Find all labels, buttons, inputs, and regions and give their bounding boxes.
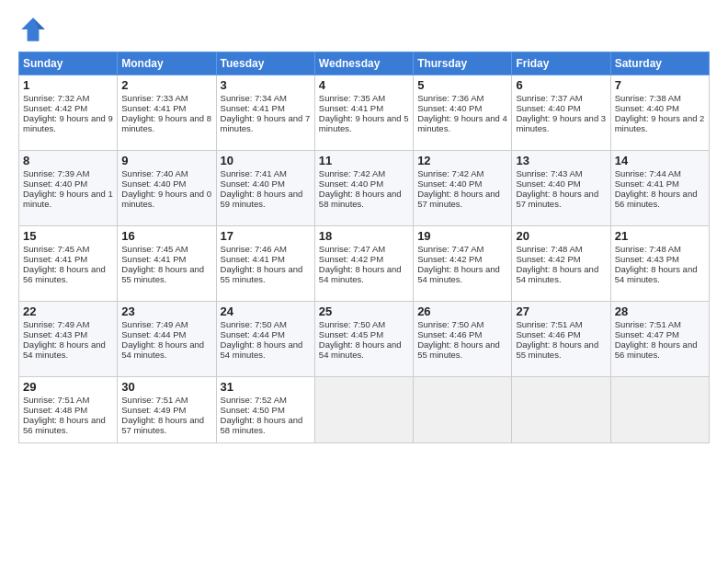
day-number: 4 (319, 78, 409, 92)
sunset-text: Sunset: 4:44 PM (121, 329, 186, 339)
sunrise-text: Sunrise: 7:49 AM (23, 319, 89, 329)
day-number: 5 (417, 78, 507, 92)
daylight-text: Daylight: 8 hours and 56 minutes. (615, 189, 698, 209)
calendar-cell (512, 377, 610, 443)
logo (18, 15, 51, 44)
calendar-cell: 27Sunrise: 7:51 AMSunset: 4:46 PMDayligh… (512, 302, 610, 377)
day-number: 2 (121, 78, 211, 92)
day-number: 17 (221, 229, 311, 243)
calendar-week-row: 8Sunrise: 7:39 AMSunset: 4:40 PMDaylight… (19, 151, 710, 226)
sunrise-text: Sunrise: 7:32 AM (23, 93, 89, 103)
day-number: 20 (516, 229, 606, 243)
calendar-week-row: 22Sunrise: 7:49 AMSunset: 4:43 PMDayligh… (19, 302, 710, 377)
day-number: 29 (23, 380, 113, 394)
sunset-text: Sunset: 4:47 PM (615, 329, 679, 339)
sunrise-text: Sunrise: 7:43 AM (516, 168, 582, 178)
sunrise-text: Sunrise: 7:47 AM (417, 244, 483, 254)
day-number: 16 (121, 229, 211, 243)
calendar-cell: 6Sunrise: 7:37 AMSunset: 4:40 PMDaylight… (512, 75, 610, 151)
sunrise-text: Sunrise: 7:34 AM (221, 93, 287, 103)
day-number: 8 (23, 154, 113, 167)
calendar-cell: 26Sunrise: 7:50 AMSunset: 4:46 PMDayligh… (414, 302, 512, 377)
daylight-text: Daylight: 9 hours and 7 minutes. (221, 113, 311, 133)
day-number: 21 (615, 229, 705, 243)
calendar-cell: 13Sunrise: 7:43 AMSunset: 4:40 PMDayligh… (512, 151, 610, 226)
daylight-text: Daylight: 8 hours and 57 minutes. (516, 189, 598, 209)
day-number: 13 (516, 154, 606, 167)
day-number: 19 (417, 229, 507, 243)
daylight-text: Daylight: 8 hours and 57 minutes. (121, 415, 204, 435)
sunset-text: Sunset: 4:40 PM (221, 178, 285, 189)
sunrise-text: Sunrise: 7:44 AM (615, 168, 681, 178)
day-number: 22 (23, 304, 113, 318)
sunset-text: Sunset: 4:40 PM (516, 103, 580, 113)
sunset-text: Sunset: 4:40 PM (319, 178, 383, 189)
sunset-text: Sunset: 4:40 PM (23, 178, 87, 189)
day-number: 26 (417, 304, 507, 318)
daylight-text: Daylight: 8 hours and 55 minutes. (121, 264, 204, 284)
sunset-text: Sunset: 4:42 PM (23, 103, 87, 113)
sunrise-text: Sunrise: 7:42 AM (319, 168, 385, 178)
daylight-text: Daylight: 8 hours and 54 minutes. (615, 264, 698, 284)
sunrise-text: Sunrise: 7:36 AM (417, 93, 483, 103)
day-number: 10 (221, 154, 311, 167)
daylight-text: Daylight: 9 hours and 9 minutes. (23, 113, 113, 133)
sunrise-text: Sunrise: 7:39 AM (23, 168, 89, 178)
daylight-text: Daylight: 8 hours and 54 minutes. (121, 339, 204, 360)
day-number: 9 (121, 154, 211, 167)
sunset-text: Sunset: 4:40 PM (417, 103, 482, 113)
calendar-cell: 20Sunrise: 7:48 AMSunset: 4:42 PMDayligh… (512, 226, 610, 302)
daylight-text: Daylight: 8 hours and 54 minutes. (221, 339, 303, 360)
calendar-cell: 4Sunrise: 7:35 AMSunset: 4:41 PMDaylight… (314, 75, 413, 151)
calendar-cell: 17Sunrise: 7:46 AMSunset: 4:41 PMDayligh… (216, 226, 314, 302)
calendar-cell: 2Sunrise: 7:33 AMSunset: 4:41 PMDaylight… (118, 75, 216, 151)
daylight-text: Daylight: 8 hours and 57 minutes. (417, 189, 500, 209)
sunrise-text: Sunrise: 7:51 AM (516, 319, 582, 329)
calendar-cell: 15Sunrise: 7:45 AMSunset: 4:41 PMDayligh… (19, 226, 118, 302)
weekday-header: Saturday (610, 52, 709, 75)
day-number: 3 (221, 78, 311, 92)
calendar-cell: 10Sunrise: 7:41 AMSunset: 4:40 PMDayligh… (216, 151, 314, 226)
daylight-text: Daylight: 8 hours and 54 minutes. (319, 339, 402, 360)
weekday-header: Thursday (414, 52, 512, 75)
calendar-cell: 11Sunrise: 7:42 AMSunset: 4:40 PMDayligh… (314, 151, 413, 226)
daylight-text: Daylight: 8 hours and 55 minutes. (221, 264, 303, 284)
sunset-text: Sunset: 4:42 PM (417, 254, 482, 264)
day-number: 15 (23, 229, 113, 243)
sunset-text: Sunset: 4:44 PM (221, 329, 285, 339)
calendar-cell: 7Sunrise: 7:38 AMSunset: 4:40 PMDaylight… (610, 75, 709, 151)
daylight-text: Daylight: 8 hours and 56 minutes. (23, 264, 106, 284)
daylight-text: Daylight: 8 hours and 55 minutes. (417, 339, 500, 360)
daylight-text: Daylight: 9 hours and 3 minutes. (516, 113, 606, 133)
calendar-cell: 8Sunrise: 7:39 AMSunset: 4:40 PMDaylight… (19, 151, 118, 226)
calendar-cell: 16Sunrise: 7:45 AMSunset: 4:41 PMDayligh… (118, 226, 216, 302)
day-number: 27 (516, 304, 606, 318)
daylight-text: Daylight: 9 hours and 4 minutes. (417, 113, 507, 133)
weekday-header: Friday (512, 52, 610, 75)
sunset-text: Sunset: 4:46 PM (417, 329, 482, 339)
weekday-header: Tuesday (216, 52, 314, 75)
daylight-text: Daylight: 9 hours and 5 minutes. (319, 113, 409, 133)
sunrise-text: Sunrise: 7:45 AM (121, 244, 188, 254)
sunset-text: Sunset: 4:45 PM (319, 329, 383, 339)
daylight-text: Daylight: 9 hours and 2 minutes. (615, 113, 705, 133)
page-header (18, 15, 710, 44)
calendar-week-row: 15Sunrise: 7:45 AMSunset: 4:41 PMDayligh… (19, 226, 710, 302)
day-number: 14 (615, 154, 705, 167)
sunrise-text: Sunrise: 7:52 AM (221, 395, 287, 405)
sunset-text: Sunset: 4:43 PM (615, 254, 679, 264)
calendar-cell: 5Sunrise: 7:36 AMSunset: 4:40 PMDaylight… (414, 75, 512, 151)
sunset-text: Sunset: 4:40 PM (121, 178, 186, 189)
sunset-text: Sunset: 4:41 PM (121, 254, 186, 264)
calendar-table: SundayMondayTuesdayWednesdayThursdayFrid… (18, 52, 710, 443)
calendar-cell (610, 377, 709, 443)
daylight-text: Daylight: 8 hours and 55 minutes. (516, 339, 598, 360)
day-number: 18 (319, 229, 409, 243)
calendar-cell: 22Sunrise: 7:49 AMSunset: 4:43 PMDayligh… (19, 302, 118, 377)
calendar-cell: 29Sunrise: 7:51 AMSunset: 4:48 PMDayligh… (19, 377, 118, 443)
calendar-cell: 21Sunrise: 7:48 AMSunset: 4:43 PMDayligh… (610, 226, 709, 302)
sunset-text: Sunset: 4:42 PM (319, 254, 383, 264)
calendar-cell: 19Sunrise: 7:47 AMSunset: 4:42 PMDayligh… (414, 226, 512, 302)
day-number: 12 (417, 154, 507, 167)
sunset-text: Sunset: 4:41 PM (23, 254, 87, 264)
